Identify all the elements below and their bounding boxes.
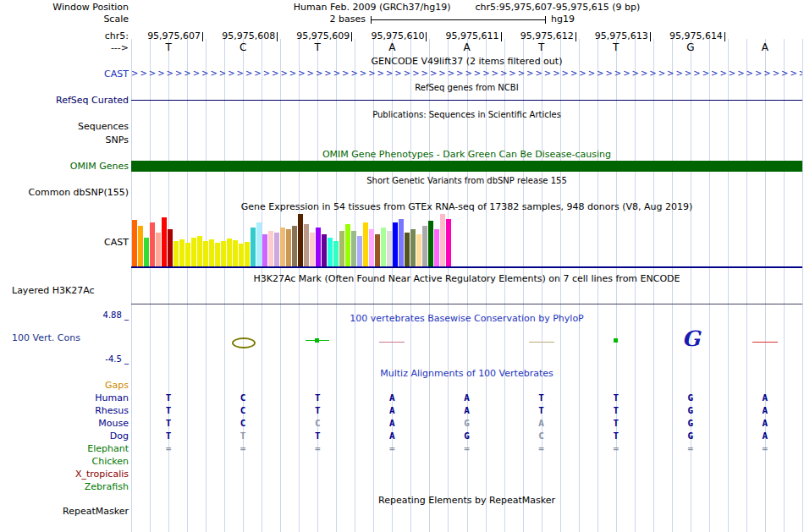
species-label-human[interactable]: Human — [0, 392, 129, 403]
species-label-elephant[interactable]: Elephant — [0, 443, 129, 454]
gtex-expression-bar[interactable] — [197, 236, 202, 266]
refseq-curated-label[interactable]: RefSeq Curated — [0, 95, 129, 106]
gtex-expression-bar[interactable] — [422, 226, 427, 266]
gtex-expression-bar[interactable] — [310, 233, 315, 266]
ruler-position[interactable]: 95,975,607 — [131, 30, 203, 41]
base-letter: T — [579, 42, 653, 53]
gtex-expression-bar[interactable] — [144, 238, 149, 266]
species-label-chicken[interactable]: Chicken — [0, 456, 129, 467]
gencode-gene-strand-arrows[interactable]: >>>>>>>>>>>>>>>>>>>>>>>>>>>>>>>>>>>>>>>>… — [131, 69, 802, 79]
gtex-expression-bar[interactable] — [233, 240, 238, 266]
gtex-expression-bar[interactable] — [316, 228, 321, 266]
ruler-position[interactable]: 95,975,612 — [504, 30, 576, 41]
gtex-expression-bar[interactable] — [322, 234, 327, 266]
gtex-expression-bar[interactable] — [292, 226, 297, 266]
gtex-expression-bar[interactable] — [333, 241, 339, 266]
conservation-letter[interactable]: G — [682, 328, 699, 349]
gtex-expression-bar[interactable] — [345, 224, 350, 266]
ruler-position[interactable]: 95,975,614 — [653, 30, 725, 41]
conservation-mark[interactable] — [614, 338, 618, 343]
ruler-position[interactable]: 95,975,610 — [355, 30, 427, 41]
gtex-expression-bar[interactable] — [351, 231, 356, 266]
alignment-base: C — [280, 418, 355, 429]
gtex-expression-bar[interactable] — [209, 239, 214, 266]
ruler-position[interactable]: 95,975,611 — [429, 30, 501, 41]
conservation-mark[interactable] — [379, 342, 405, 343]
ruler-position[interactable]: 95,975,608 — [206, 30, 278, 41]
ruler-position[interactable]: 95,975,609 — [280, 30, 352, 41]
gtex-expression-bar[interactable] — [405, 233, 410, 266]
gtex-expression-bar[interactable] — [428, 221, 433, 266]
gtex-expression-bar[interactable] — [162, 217, 167, 266]
gtex-expression-bar[interactable] — [387, 231, 392, 266]
gtex-expression-bar[interactable] — [268, 231, 273, 266]
gtex-expression-bar[interactable] — [393, 222, 398, 266]
gtex-expression-chart[interactable] — [132, 214, 451, 266]
gtex-expression-bar[interactable] — [191, 238, 196, 266]
gtex-expression-bar[interactable] — [298, 214, 303, 266]
gtex-expression-bar[interactable] — [227, 239, 232, 266]
conservation-mark[interactable] — [232, 337, 256, 348]
omim-gene-bar[interactable] — [131, 161, 802, 172]
gtex-expression-bar[interactable] — [156, 233, 161, 266]
gtex-expression-bar[interactable] — [304, 224, 309, 266]
conservation-mark[interactable] — [529, 342, 554, 343]
alignment-base: T — [131, 431, 206, 442]
gtex-expression-bar[interactable] — [375, 234, 380, 266]
species-label-rhesus[interactable]: Rhesus — [0, 405, 129, 416]
gtex-expression-bar[interactable] — [215, 243, 220, 266]
gencode-gene-label[interactable]: CAST — [0, 69, 129, 80]
gtex-expression-bar[interactable] — [251, 228, 256, 266]
gtex-expression-bar[interactable] — [256, 222, 262, 266]
gtex-expression-bar[interactable] — [221, 241, 226, 266]
omim-genes-label[interactable]: OMIM Genes — [0, 161, 129, 172]
refseq-gene-line[interactable] — [131, 100, 802, 101]
gtex-expression-bar[interactable] — [446, 219, 451, 266]
gtex-expression-bar[interactable] — [245, 242, 250, 266]
species-label-mouse[interactable]: Mouse — [0, 418, 129, 429]
alignment-base: T — [280, 392, 355, 403]
gtex-expression-bar[interactable] — [173, 241, 179, 266]
conservation-mark[interactable] — [306, 340, 329, 341]
gtex-expression-bar[interactable] — [150, 222, 155, 266]
gtex-expression-bar[interactable] — [280, 228, 285, 266]
gtex-expression-bar[interactable] — [138, 226, 143, 266]
gtex-expression-bar[interactable] — [369, 229, 374, 266]
species-label-zebrafish[interactable]: Zebrafish — [0, 481, 129, 492]
gtex-expression-bar[interactable] — [168, 229, 173, 266]
gtex-expression-bar[interactable] — [132, 220, 137, 266]
alignment-base: T — [206, 431, 280, 442]
gtex-expression-bar[interactable] — [274, 233, 279, 266]
gtex-expression-bar[interactable] — [239, 244, 244, 266]
gtex-expression-bar[interactable] — [328, 238, 333, 266]
gtex-expression-bar[interactable] — [339, 231, 344, 266]
gtex-expression-bar[interactable] — [179, 239, 184, 266]
snps-track-label[interactable]: SNPs — [0, 134, 129, 145]
gtex-gene-label[interactable]: CAST — [0, 237, 129, 248]
ruler-tick — [202, 32, 203, 41]
conservation-track-label[interactable]: 100 Vert. Cons — [12, 332, 80, 343]
species-label-gaps[interactable]: Gaps — [0, 380, 129, 391]
gtex-expression-bar[interactable] — [185, 243, 190, 266]
gtex-expression-bar[interactable] — [381, 228, 386, 266]
species-label-dog[interactable]: Dog — [0, 431, 129, 442]
gtex-expression-bar[interactable] — [286, 229, 291, 266]
gtex-expression-bar[interactable] — [440, 214, 445, 266]
gtex-expression-bar[interactable] — [363, 222, 368, 266]
sequences-track-label[interactable]: Sequences — [0, 121, 129, 132]
gtex-expression-bar[interactable] — [399, 219, 404, 266]
dbsnp-track-label[interactable]: Common dbSNP(155) — [0, 187, 129, 198]
alignment-base: C — [504, 431, 579, 442]
h3k27ac-track-label[interactable]: Layered H3K27Ac — [12, 285, 95, 296]
gtex-expression-bar[interactable] — [410, 229, 416, 266]
gtex-expression-bar[interactable] — [203, 241, 208, 266]
ruler-tick — [724, 32, 725, 41]
gtex-expression-bar[interactable] — [262, 234, 267, 266]
species-label-x-tropicalis[interactable]: X_tropicalis — [0, 469, 129, 480]
gtex-expression-bar[interactable] — [416, 234, 421, 266]
gtex-expression-bar[interactable] — [357, 236, 362, 266]
ruler-position[interactable]: 95,975,613 — [579, 30, 651, 41]
repeatmasker-track-label[interactable]: RepeatMasker — [0, 506, 129, 517]
gtex-expression-bar[interactable] — [434, 229, 439, 266]
conservation-mark[interactable] — [752, 342, 778, 343]
